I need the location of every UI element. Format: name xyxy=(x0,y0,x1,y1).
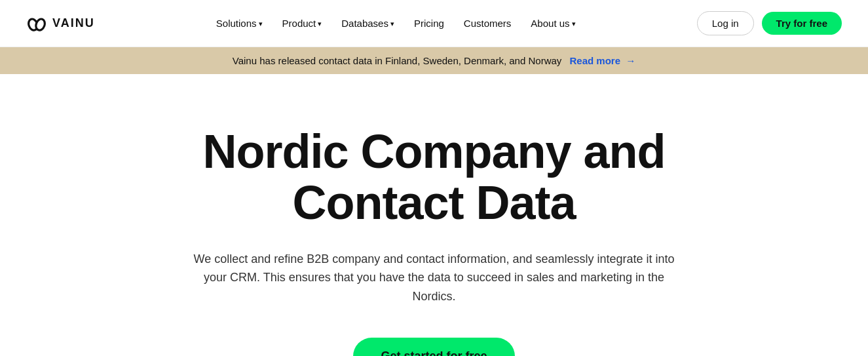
announcement-banner: Vainu has released contact data in Finla… xyxy=(0,47,868,74)
nav-links: Solutions ▾ Product ▾ Databases ▾ Pricin… xyxy=(208,12,584,34)
hero-section: Nordic Company and Contact Data We colle… xyxy=(0,74,868,356)
nav-actions: Log in Try for free xyxy=(697,11,842,35)
hero-title: Nordic Company and Contact Data xyxy=(140,127,729,229)
nav-item-databases[interactable]: Databases ▾ xyxy=(333,12,402,34)
nav-item-about[interactable]: About us ▾ xyxy=(523,12,583,34)
get-started-button[interactable]: Get started for free xyxy=(353,338,514,356)
banner-read-more-link[interactable]: Read more → xyxy=(569,55,635,66)
banner-text: Vainu has released contact data in Finla… xyxy=(233,55,562,66)
nav-item-solutions[interactable]: Solutions ▾ xyxy=(208,12,271,34)
nav-item-customers[interactable]: Customers xyxy=(456,12,519,34)
logo-icon xyxy=(26,13,47,34)
hero-subtitle: We collect and refine B2B company and co… xyxy=(185,250,683,306)
chevron-down-icon: ▾ xyxy=(390,20,394,28)
arrow-icon: → xyxy=(626,55,635,66)
chevron-down-icon: ▾ xyxy=(572,20,576,28)
try-for-free-button[interactable]: Try for free xyxy=(762,12,842,35)
chevron-down-icon: ▾ xyxy=(318,20,322,28)
navbar: VAINU Solutions ▾ Product ▾ Databases ▾ … xyxy=(0,0,868,47)
chevron-down-icon: ▾ xyxy=(259,20,263,28)
logo[interactable]: VAINU xyxy=(26,13,95,34)
nav-item-pricing[interactable]: Pricing xyxy=(406,12,452,34)
nav-item-product[interactable]: Product ▾ xyxy=(274,12,330,34)
brand-name: VAINU xyxy=(52,16,95,30)
login-button[interactable]: Log in xyxy=(697,11,754,35)
